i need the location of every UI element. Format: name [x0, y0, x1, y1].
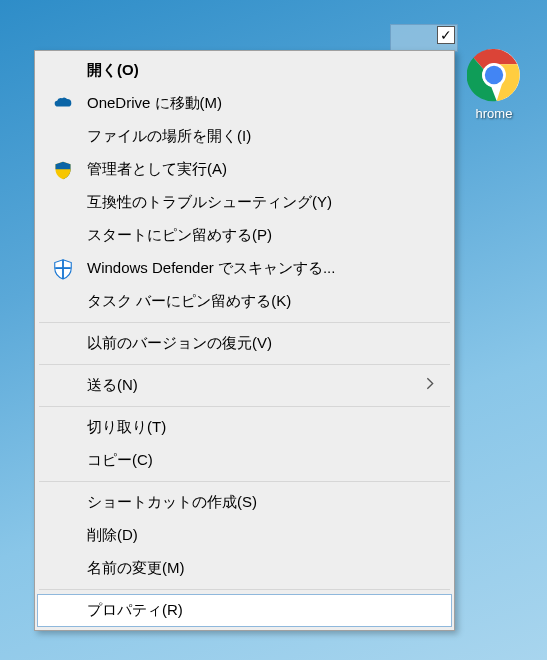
menu-item-open-file-location[interactable]: ファイルの場所を開く(I)	[37, 120, 452, 153]
chevron-right-icon	[422, 375, 438, 396]
menu-item-label: スタートにピン留めする(P)	[87, 226, 272, 245]
menu-item-cut[interactable]: 切り取り(T)	[37, 411, 452, 444]
menu-item-label: ショートカットの作成(S)	[87, 493, 257, 512]
menu-item-label: プロパティ(R)	[87, 601, 183, 620]
menu-separator	[39, 481, 450, 482]
menu-item-run-as-admin[interactable]: 管理者として実行(A)	[37, 153, 452, 186]
menu-item-label: コピー(C)	[87, 451, 153, 470]
menu-item-rename[interactable]: 名前の変更(M)	[37, 552, 452, 585]
chrome-icon	[467, 48, 521, 102]
menu-item-label: 送る(N)	[87, 376, 138, 395]
context-menu: 開く(O) OneDrive に移動(M) ファイルの場所を開く(I) 管理者と…	[34, 50, 455, 631]
menu-item-restore-previous[interactable]: 以前のバージョンの復元(V)	[37, 327, 452, 360]
menu-item-onedrive-move[interactable]: OneDrive に移動(M)	[37, 87, 452, 120]
menu-item-label: 管理者として実行(A)	[87, 160, 227, 179]
onedrive-icon	[51, 92, 75, 116]
menu-separator	[39, 406, 450, 407]
menu-item-label: 開く(O)	[87, 61, 139, 80]
menu-item-label: OneDrive に移動(M)	[87, 94, 222, 113]
menu-item-label: 切り取り(T)	[87, 418, 166, 437]
check-mark: ✓	[440, 28, 452, 42]
shield-admin-icon	[51, 158, 75, 182]
menu-item-label: ファイルの場所を開く(I)	[87, 127, 251, 146]
menu-item-label: 以前のバージョンの復元(V)	[87, 334, 272, 353]
selection-checkbox[interactable]: ✓	[437, 26, 455, 44]
svg-point-2	[485, 66, 503, 84]
menu-item-label: 削除(D)	[87, 526, 138, 545]
menu-separator	[39, 589, 450, 590]
menu-item-open[interactable]: 開く(O)	[37, 54, 452, 87]
menu-item-label: Windows Defender でスキャンする...	[87, 259, 335, 278]
menu-item-defender-scan[interactable]: Windows Defender でスキャンする...	[37, 252, 452, 285]
desktop-icon-label: hrome	[454, 106, 534, 121]
menu-item-label: タスク バーにピン留めする(K)	[87, 292, 291, 311]
menu-item-delete[interactable]: 削除(D)	[37, 519, 452, 552]
selected-icon-highlight: ✓	[390, 24, 458, 52]
desktop-icon-chrome[interactable]: hrome	[454, 48, 534, 121]
menu-item-label: 名前の変更(M)	[87, 559, 185, 578]
menu-separator	[39, 322, 450, 323]
menu-item-troubleshoot-compat[interactable]: 互換性のトラブルシューティング(Y)	[37, 186, 452, 219]
menu-separator	[39, 364, 450, 365]
menu-item-pin-to-taskbar[interactable]: タスク バーにピン留めする(K)	[37, 285, 452, 318]
menu-item-copy[interactable]: コピー(C)	[37, 444, 452, 477]
menu-item-create-shortcut[interactable]: ショートカットの作成(S)	[37, 486, 452, 519]
menu-item-pin-to-start[interactable]: スタートにピン留めする(P)	[37, 219, 452, 252]
menu-item-send-to[interactable]: 送る(N)	[37, 369, 452, 402]
defender-shield-icon	[51, 257, 75, 281]
menu-item-label: 互換性のトラブルシューティング(Y)	[87, 193, 332, 212]
menu-item-properties[interactable]: プロパティ(R)	[37, 594, 452, 627]
